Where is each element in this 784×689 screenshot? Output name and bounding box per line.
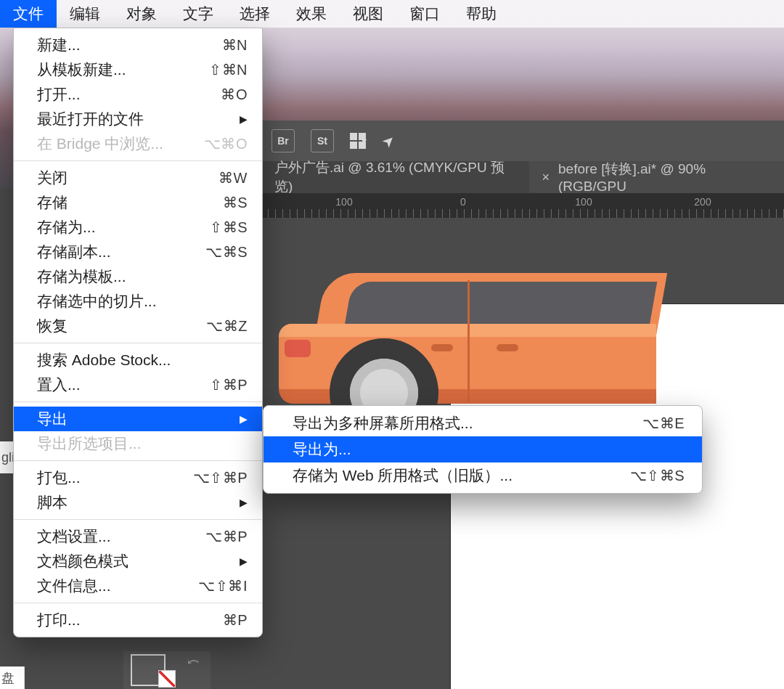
menu-item-label: 打开... <box>37 84 81 105</box>
submenu-item[interactable]: 导出为多种屏幕所用格式...⌥⌘E <box>264 410 702 436</box>
submenu-item-shortcut: ⌥⌘E <box>642 415 685 432</box>
menu-help[interactable]: 帮助 <box>453 0 510 28</box>
menu-separator <box>14 519 262 520</box>
menu-item-label: 置入... <box>37 375 81 395</box>
menu-item-shortcut: ⇧⌘P <box>210 376 248 394</box>
menu-item[interactable]: 文件信息...⌥⇧⌘I <box>14 574 262 598</box>
ruler-tick: 0 <box>460 196 466 208</box>
submenu-item-shortcut: ⌥⇧⌘S <box>630 467 685 484</box>
menu-item-label: 存储为模板... <box>37 266 126 287</box>
menu-item-label: 最近打开的文件 <box>37 109 144 129</box>
document-tab-1[interactable]: 户外广告.ai @ 3.61% (CMYK/GPU 预览) <box>261 161 529 193</box>
menu-item[interactable]: 打包...⌥⇧⌘P <box>14 465 262 490</box>
menu-item-label: 文件信息... <box>37 576 111 596</box>
menu-item-label: 脚本 <box>37 492 68 513</box>
submenu-arrow-icon: ▶ <box>240 113 248 125</box>
menu-item-shortcut: ⇧⌘N <box>209 61 248 78</box>
menu-item[interactable]: 存储副本...⌥⌘S <box>14 240 262 264</box>
menu-item-label: 关闭 <box>37 168 68 188</box>
menu-item[interactable]: 搜索 Adobe Stock... <box>14 348 262 372</box>
menu-item-label: 存储选中的切片... <box>37 291 157 311</box>
menu-separator <box>14 401 262 402</box>
menu-item-shortcut: ⌥⇧⌘P <box>193 469 248 486</box>
menu-item[interactable]: 脚本▶ <box>14 490 262 515</box>
menu-item[interactable]: 存储选中的切片... <box>14 289 262 314</box>
ruler-tick: 100 <box>575 196 592 208</box>
ruler-tick: 100 <box>335 196 352 208</box>
menu-item[interactable]: 从模板新建...⇧⌘N <box>14 57 262 82</box>
menu-separator <box>14 460 262 461</box>
menu-item[interactable]: 最近打开的文件▶ <box>14 107 262 131</box>
menu-item[interactable]: 打印...⌘P <box>14 608 262 632</box>
menu-item-label: 搜索 Adobe Stock... <box>37 350 171 370</box>
stock-icon[interactable]: St <box>311 129 334 152</box>
app-toolbar: Br St ▾ ➤ <box>261 121 784 161</box>
menu-item-label: 导出所选项目... <box>37 433 142 454</box>
tab-label: before [转换].ai* @ 90% (RGB/GPU <box>558 160 771 195</box>
menu-item[interactable]: 置入...⇧⌘P <box>14 372 262 397</box>
bridge-icon[interactable]: Br <box>271 129 295 152</box>
menu-window[interactable]: 窗口 <box>396 0 453 28</box>
menu-item-shortcut: ⌥⇧⌘I <box>198 577 248 595</box>
menu-item-shortcut: ⌥⌘S <box>205 243 248 261</box>
menu-separator <box>14 160 262 161</box>
menu-item[interactable]: 关闭⌘W <box>14 166 262 190</box>
menu-view[interactable]: 视图 <box>340 0 396 28</box>
menu-edit[interactable]: 编辑 <box>57 0 113 28</box>
menu-item-label: 存储为... <box>37 217 96 237</box>
submenu-item[interactable]: 导出为... <box>264 436 702 462</box>
ruler-tick: 200 <box>694 196 711 208</box>
file-dropdown-menu: 新建...⌘N从模板新建...⇧⌘N打开...⌘O最近打开的文件▶在 Bridg… <box>13 28 263 637</box>
menu-item-label: 存储副本... <box>37 242 111 262</box>
menu-item-shortcut: ⌥⌘Z <box>206 317 248 335</box>
menu-item-label: 文档设置... <box>37 526 111 547</box>
swap-fill-stroke-icon[interactable]: ⤺ <box>187 653 200 670</box>
submenu-item-label: 导出为... <box>293 439 351 460</box>
menu-item-label: 打印... <box>37 610 81 630</box>
submenu-item-label: 导出为多种屏幕所用格式... <box>293 413 473 433</box>
menu-item-label: 从模板新建... <box>37 60 126 80</box>
menu-item: 在 Bridge 中浏览...⌥⌘O <box>14 131 262 156</box>
menu-item-shortcut: ⇧⌘S <box>210 219 248 236</box>
menu-item-label: 打包... <box>37 468 81 488</box>
menu-item-shortcut: ⌘S <box>223 194 248 211</box>
stroke-swatch[interactable] <box>158 670 176 688</box>
menu-file[interactable]: 文件 <box>0 0 57 28</box>
menu-item[interactable]: 存储⌘S <box>14 190 262 215</box>
menu-item-shortcut: ⌥⌘O <box>204 135 248 152</box>
tool-palette-fragment: ⤺ <box>123 651 211 689</box>
menu-item[interactable]: 存储为模板... <box>14 264 262 289</box>
menu-item-label: 文档颜色模式 <box>37 551 128 571</box>
menu-item[interactable]: 打开...⌘O <box>14 82 262 107</box>
menu-select[interactable]: 选择 <box>226 0 283 28</box>
menu-item-shortcut: ⌘O <box>221 86 248 103</box>
menu-object[interactable]: 对象 <box>113 0 170 28</box>
gpu-rocket-icon[interactable]: ➤ <box>378 131 399 152</box>
menu-item[interactable]: 导出▶ <box>14 407 262 431</box>
chevron-down-icon[interactable]: ▾ <box>362 135 367 147</box>
menu-type[interactable]: 文字 <box>170 0 226 28</box>
menu-item: 导出所选项目... <box>14 431 262 456</box>
menu-item-shortcut: ⌥⌘P <box>205 528 248 545</box>
menu-item[interactable]: 新建...⌘N <box>14 33 262 57</box>
menu-item[interactable]: 恢复⌥⌘Z <box>14 314 262 338</box>
menu-item[interactable]: 文档颜色模式▶ <box>14 549 262 574</box>
submenu-arrow-icon: ▶ <box>240 555 248 567</box>
menu-item-shortcut: ⌘W <box>219 169 248 187</box>
menu-effect[interactable]: 效果 <box>283 0 340 28</box>
menu-item-label: 新建... <box>37 35 81 55</box>
menu-item[interactable]: 存储为...⇧⌘S <box>14 215 262 240</box>
export-submenu: 导出为多种屏幕所用格式...⌥⌘E导出为...存储为 Web 所用格式（旧版）.… <box>263 405 703 494</box>
menu-item-label: 导出 <box>37 409 68 429</box>
menubar: 文件 编辑 对象 文字 选择 效果 视图 窗口 帮助 <box>0 0 784 28</box>
menu-item[interactable]: 文档设置...⌥⌘P <box>14 524 262 549</box>
background-window-fragment: 盘 <box>0 666 25 689</box>
document-tab-2[interactable]: × before [转换].ai* @ 90% (RGB/GPU <box>529 161 784 193</box>
horizontal-ruler[interactable]: 100 0 100 200 <box>261 193 784 218</box>
menu-item-label: 存储 <box>37 192 68 213</box>
submenu-arrow-icon: ▶ <box>240 413 248 425</box>
close-icon[interactable]: × <box>542 170 550 185</box>
menu-item-shortcut: ⌘N <box>222 36 248 54</box>
menu-item-label: 在 Bridge 中浏览... <box>37 134 163 154</box>
submenu-item[interactable]: 存储为 Web 所用格式（旧版）...⌥⇧⌘S <box>264 462 702 489</box>
